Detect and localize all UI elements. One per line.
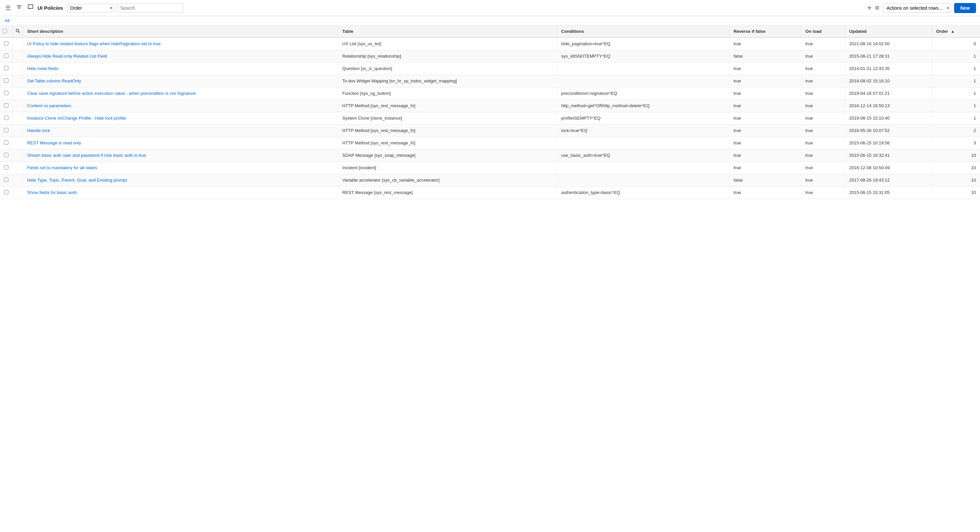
th-on-load[interactable]: On load	[801, 25, 845, 38]
cell-table: SOAP Message [sys_soap_message]	[338, 149, 557, 162]
cell-order: 1	[932, 63, 980, 75]
table-row: Hide Type, Topic, Parent, Goal, and Exis…	[0, 174, 980, 187]
order-dropdown[interactable]: Order Short description Table Updated	[67, 4, 114, 13]
cell-reverse-if-false: true	[729, 75, 801, 87]
hamburger-menu-icon[interactable]: ☰	[4, 3, 12, 13]
row-checkbox-cell	[0, 112, 13, 125]
cell-on-load: true	[801, 112, 845, 125]
row-checkbox[interactable]	[4, 190, 8, 194]
cell-reverse-if-false: false	[729, 50, 801, 63]
filter-icon[interactable]	[15, 3, 24, 13]
th-updated[interactable]: Updated	[845, 25, 932, 38]
link-short-description[interactable]: Instance Clone onChange Profile - Hide l…	[27, 116, 126, 121]
table-wrap: Short description Table Conditions Rever…	[0, 25, 980, 199]
row-checkbox-cell	[0, 149, 13, 162]
cell-table: Function [sys_sg_button]	[338, 87, 557, 100]
row-checkbox[interactable]	[4, 128, 8, 132]
cell-order: 10	[932, 187, 980, 199]
chat-icon[interactable]	[26, 3, 35, 13]
link-short-description[interactable]: REST Message is read only	[27, 140, 81, 145]
row-checkbox[interactable]	[4, 91, 8, 95]
cell-reverse-if-false: true	[729, 187, 801, 199]
cell-conditions: authentication_type=basic^EQ	[557, 187, 729, 199]
th-conditions[interactable]: Conditions	[557, 25, 729, 38]
cell-on-load: true	[801, 38, 845, 50]
cell-updated: 2017-08-26 19:43:12	[845, 174, 932, 187]
th-table[interactable]: Table	[338, 25, 557, 38]
row-checkbox[interactable]	[4, 103, 8, 108]
cell-table: Variable accelerator [sys_cb_variable_ac…	[338, 174, 557, 187]
row-checkbox[interactable]	[4, 178, 8, 182]
link-short-description[interactable]: Hide meta fields	[27, 66, 58, 71]
cell-table: Question [sc_ic_question]	[338, 63, 557, 75]
search-input[interactable]	[117, 3, 184, 13]
table-row: UI Policy to hide related feature flags …	[0, 38, 980, 50]
link-short-description[interactable]: Show fields for basic auth	[27, 190, 77, 195]
row-checkbox[interactable]	[4, 54, 8, 58]
actions-dropdown[interactable]: Actions on selected rows...	[883, 3, 951, 13]
cell-order: 1	[932, 87, 980, 100]
th-order[interactable]: Order ▲	[932, 25, 980, 38]
cell-table: System Clone [clone_instance]	[338, 112, 557, 125]
link-short-description[interactable]: Hide Type, Topic, Parent, Goal, and Exis…	[27, 178, 127, 183]
cell-conditions	[557, 75, 729, 87]
cell-on-load: true	[801, 187, 845, 199]
cell-short-description: Instance Clone onChange Profile - Hide l…	[23, 112, 338, 125]
row-checkbox[interactable]	[4, 165, 8, 170]
gear-icon[interactable]: ⚙	[875, 5, 880, 11]
cell-short-description: Fields set to mandatory for all states	[23, 162, 338, 174]
new-button[interactable]: New	[954, 3, 976, 13]
cell-order: 10	[932, 162, 980, 174]
cell-order: 1	[932, 100, 980, 112]
cell-conditions: hide_pagination=true^EQ	[557, 38, 729, 50]
row-search-cell	[13, 50, 23, 63]
row-search-cell	[13, 125, 23, 137]
row-checkbox[interactable]	[4, 140, 8, 145]
cell-short-description: UI Policy to hide related feature flags …	[23, 38, 338, 50]
row-checkbox[interactable]	[4, 78, 8, 83]
link-short-description[interactable]: Fields set to mandatory for all states	[27, 165, 97, 170]
cell-conditions	[557, 137, 729, 149]
row-search-cell	[13, 112, 23, 125]
row-search-cell	[13, 38, 23, 50]
all-link[interactable]: All	[5, 18, 10, 23]
svg-line-4	[19, 32, 20, 33]
cell-updated: 2016-05-26 10:07:52	[845, 125, 932, 137]
link-short-description[interactable]: Set Table column ReadOnly	[27, 78, 81, 83]
pin-icon[interactable]: ✛	[867, 5, 872, 11]
row-search-cell	[13, 87, 23, 100]
cell-table: Relationship [sys_relationship]	[338, 50, 557, 63]
row-checkbox[interactable]	[4, 153, 8, 157]
cell-on-load: true	[801, 137, 845, 149]
cell-reverse-if-false: true	[729, 63, 801, 75]
cell-updated: 2019-04-18 07:01:21	[845, 87, 932, 100]
select-all-checkbox[interactable]	[3, 29, 7, 33]
row-checkbox-cell	[0, 174, 13, 187]
table-row: Clear save signature before action execu…	[0, 87, 980, 100]
link-short-description[interactable]: Content vs parameters	[27, 103, 72, 108]
cell-on-load: true	[801, 50, 845, 63]
link-short-description[interactable]: Clear save signature before action execu…	[27, 91, 196, 96]
row-checkbox-cell	[0, 50, 13, 63]
row-checkbox[interactable]	[4, 66, 8, 70]
cell-conditions: lock=true^EQ	[557, 125, 729, 137]
search-header	[13, 25, 23, 38]
cell-conditions: sys_idISNOTEMPTY^EQ	[557, 50, 729, 63]
th-short-description[interactable]: Short description	[23, 25, 338, 38]
link-short-description[interactable]: Handle lock	[27, 128, 50, 133]
row-checkbox-cell	[0, 87, 13, 100]
table-row: Content vs parametersHTTP Method [sys_re…	[0, 100, 980, 112]
cell-short-description: Hide Type, Topic, Parent, Goal, and Exis…	[23, 174, 338, 187]
cell-updated: 2021-08-16 14:02:50	[845, 38, 932, 50]
row-checkbox[interactable]	[4, 116, 8, 120]
link-short-description[interactable]: UI Policy to hide related feature flags …	[27, 41, 161, 46]
row-search-cell	[13, 137, 23, 149]
row-checkbox[interactable]	[4, 41, 8, 46]
row-checkbox-cell	[0, 63, 13, 75]
th-reverse-if-false[interactable]: Reverse if false	[729, 25, 801, 38]
link-short-description[interactable]: Shown basic auth user and password if Us…	[27, 153, 146, 158]
cell-conditions: use_basic_auth=true^EQ	[557, 149, 729, 162]
link-short-description[interactable]: Always Hide Read-only Related List Field	[27, 54, 107, 59]
cell-on-load: true	[801, 75, 845, 87]
cell-updated: 2014-01-21 12:43:35	[845, 63, 932, 75]
